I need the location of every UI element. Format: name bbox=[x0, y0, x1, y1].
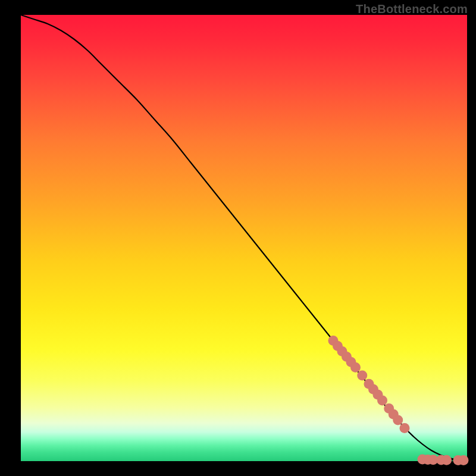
marker-group bbox=[328, 336, 469, 465]
watermark-text: TheBottleneck.com bbox=[356, 2, 468, 16]
plot-area bbox=[21, 15, 467, 461]
data-marker bbox=[377, 396, 387, 406]
bottleneck-curve bbox=[21, 15, 467, 461]
data-marker bbox=[393, 415, 403, 425]
data-marker bbox=[441, 455, 452, 465]
data-marker bbox=[400, 423, 410, 433]
chart-container: TheBottleneck.com bbox=[0, 0, 476, 476]
data-marker bbox=[459, 455, 469, 465]
data-marker bbox=[350, 362, 361, 372]
curve-layer bbox=[21, 15, 467, 461]
data-marker bbox=[357, 371, 367, 381]
